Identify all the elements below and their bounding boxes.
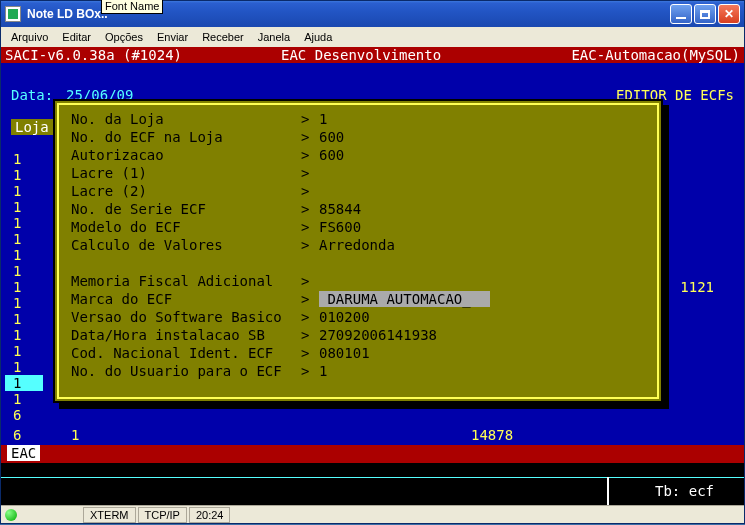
status-tcpip: TCP/IP xyxy=(138,507,187,523)
status-bar: XTERM TCP/IP 20:24 xyxy=(1,505,744,523)
form-separator: > xyxy=(301,201,319,217)
form-row: Cod. Nacional Ident. ECF> 080101 xyxy=(71,345,370,361)
form-label: Marca do ECF xyxy=(71,291,301,307)
bg-row: 6 xyxy=(13,407,21,423)
terminal-footer-red: EAC xyxy=(1,445,744,463)
ecf-form-dialog: No. da Loja> 1No. do ECF na Loja> 600Aut… xyxy=(53,99,663,403)
form-separator: > xyxy=(301,291,319,307)
bg-row-highlight[interactable]: 1 xyxy=(5,375,43,391)
form-row: Calculo de Valores> Arredonda xyxy=(71,237,395,253)
form-separator: > xyxy=(301,237,319,253)
form-value: 85844 xyxy=(319,201,361,217)
hdr-center: EAC Desenvolvimento xyxy=(281,47,441,63)
bg-row: 1 xyxy=(13,295,21,311)
bg-row: 1 xyxy=(13,359,21,375)
date-label: Data: xyxy=(11,87,53,103)
form-separator: > xyxy=(301,309,319,325)
hdr-left: SACI-v6.0.38a (#1024) xyxy=(5,47,182,63)
form-value: Arredonda xyxy=(319,237,395,253)
form-label: Modelo do ECF xyxy=(71,219,301,235)
form-row: Modelo do ECF> FS600 xyxy=(71,219,361,235)
form-separator: > xyxy=(301,183,319,199)
bg-row: 1 xyxy=(13,215,21,231)
terminal-bottom-black: Tb: ecf xyxy=(1,463,744,507)
eac-tag: EAC xyxy=(7,445,40,461)
form-label: No. de Serie ECF xyxy=(71,201,301,217)
menu-arquivo[interactable]: Arquivo xyxy=(5,29,54,45)
close-button[interactable]: ✕ xyxy=(718,4,740,24)
menu-janela[interactable]: Janela xyxy=(252,29,296,45)
status-time: 20:24 xyxy=(189,507,231,523)
form-label: Autorizacao xyxy=(71,147,301,163)
bg-row: 1 xyxy=(13,327,21,343)
form-value: 600 xyxy=(319,129,344,145)
form-label: No. da Loja xyxy=(71,111,301,127)
app-icon xyxy=(5,6,21,22)
form-row: Marca do ECF> DARUMA AUTOMACAO_ xyxy=(71,291,490,307)
form-row: Versao do Software Basico> 010200 xyxy=(71,309,370,325)
form-row: Lacre (2)> xyxy=(71,183,319,199)
bg-row: 1 xyxy=(13,391,21,407)
bg-row: 1 xyxy=(13,151,21,167)
form-label: Lacre (2) xyxy=(71,183,301,199)
bg-row: 1 xyxy=(13,279,21,295)
menu-editar[interactable]: Editar xyxy=(56,29,97,45)
form-label: Cod. Nacional Ident. ECF xyxy=(71,345,301,361)
form-value: 600 xyxy=(319,147,344,163)
minimize-button[interactable] xyxy=(670,4,692,24)
tb-label: Tb: ecf xyxy=(655,483,714,499)
form-label: Versao do Software Basico xyxy=(71,309,301,325)
form-value: 010200 xyxy=(319,309,370,325)
form-value: 080101 xyxy=(319,345,370,361)
form-row: No. de Serie ECF> 85844 xyxy=(71,201,361,217)
bg-row: 1 xyxy=(13,231,21,247)
form-separator: > xyxy=(301,363,319,379)
form-row: Autorizacao> 600 xyxy=(71,147,344,163)
bg-row: 1 xyxy=(13,183,21,199)
form-separator: > xyxy=(301,219,319,235)
value-1121: 1121 xyxy=(680,279,714,295)
hdr-right: EAC-Automacao(MySQL) xyxy=(571,47,740,63)
form-row: No. do ECF na Loja> 600 xyxy=(71,129,344,145)
form-separator: > xyxy=(301,129,319,145)
form-row: Lacre (1)> xyxy=(71,165,319,181)
bg-row: 1 xyxy=(13,199,21,215)
bg-row: 1 xyxy=(13,167,21,183)
form-separator: > xyxy=(301,165,319,181)
form-separator: > xyxy=(301,327,319,343)
form-value: FS600 xyxy=(319,219,361,235)
font-name-tooltip: Font Name xyxy=(101,0,163,14)
maximize-button[interactable] xyxy=(694,4,716,24)
bottom-6: 6 xyxy=(13,427,21,443)
col-header-loja: Loja xyxy=(11,119,53,135)
bottom-col3: 14878 xyxy=(471,427,513,443)
form-label: Lacre (1) xyxy=(71,165,301,181)
bottom-col2: 1 xyxy=(71,427,79,443)
status-led-icon xyxy=(5,509,17,521)
form-label: Memoria Fiscal Adicional xyxy=(71,273,301,289)
form-label: No. do ECF na Loja xyxy=(71,129,301,145)
form-row: No. do Usuario para o ECF> 1 xyxy=(71,363,327,379)
form-separator: > xyxy=(301,111,319,127)
menu-enviar[interactable]: Enviar xyxy=(151,29,194,45)
status-xterm: XTERM xyxy=(83,507,136,523)
titlebar[interactable]: Note LD BOx.. Font Name ✕ xyxy=(1,1,744,27)
form-label: Calculo de Valores xyxy=(71,237,301,253)
bg-row: 1 xyxy=(13,343,21,359)
window-buttons: ✕ xyxy=(670,4,740,24)
form-label: No. do Usuario para o ECF xyxy=(71,363,301,379)
form-row: Memoria Fiscal Adicional> xyxy=(71,273,319,289)
terminal-header: SACI-v6.0.38a (#1024) EAC Desenvolviment… xyxy=(1,47,744,63)
form-value: 27092006141938 xyxy=(319,327,437,343)
form-separator: > xyxy=(301,147,319,163)
form-label: Data/Hora instalacao SB xyxy=(71,327,301,343)
menu-opcoes[interactable]: Opções xyxy=(99,29,149,45)
menu-ajuda[interactable]: Ajuda xyxy=(298,29,338,45)
bg-row: 1 xyxy=(13,263,21,279)
bg-row: 1 xyxy=(13,247,21,263)
terminal: SACI-v6.0.38a (#1024) EAC Desenvolviment… xyxy=(1,47,744,507)
form-row: No. da Loja> 1 xyxy=(71,111,327,127)
app-window: Note LD BOx.. Font Name ✕ Arquivo Editar… xyxy=(0,0,745,524)
form-value[interactable]: DARUMA AUTOMACAO_ xyxy=(319,291,490,307)
menu-receber[interactable]: Receber xyxy=(196,29,250,45)
